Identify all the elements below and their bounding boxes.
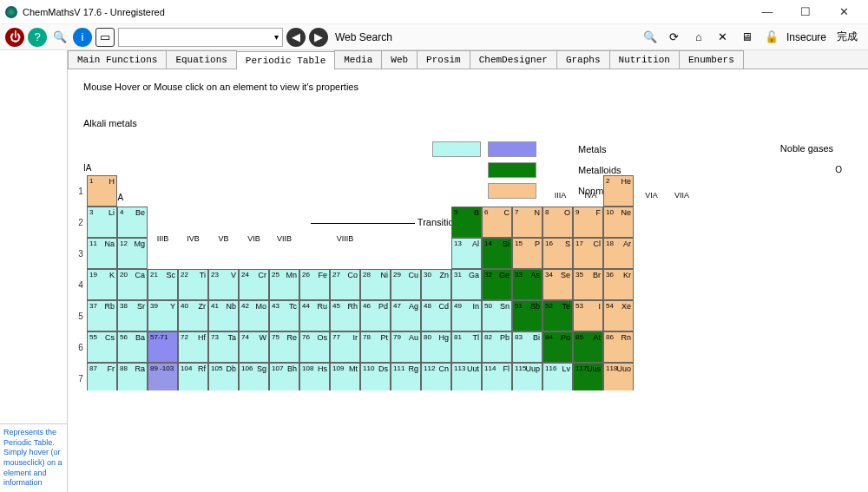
- info-icon[interactable]: i: [73, 28, 92, 47]
- element-Tc[interactable]: 43Tc: [269, 300, 299, 331]
- element-Hf[interactable]: 72Hf: [178, 331, 208, 363]
- tab-chemdesigner[interactable]: ChemDesigner: [470, 50, 557, 69]
- element-Mg[interactable]: 12Mg: [117, 238, 148, 269]
- element-Fl[interactable]: 114Fl: [482, 363, 512, 390]
- element-V[interactable]: 23V: [208, 269, 239, 300]
- power-icon[interactable]: ⏻: [5, 28, 24, 47]
- search-icon[interactable]: 🔍: [50, 28, 69, 47]
- element-As[interactable]: 33As: [512, 269, 542, 300]
- element-Uup[interactable]: 115Uup: [512, 363, 542, 390]
- element-Br[interactable]: 35Br: [573, 269, 603, 300]
- element-Fe[interactable]: 26Fe: [299, 269, 330, 300]
- element-O[interactable]: 8O: [542, 207, 573, 238]
- element-Uuo[interactable]: 118Uuo: [603, 363, 634, 390]
- tab-nutrition[interactable]: Nutrition: [609, 50, 680, 69]
- element-Rb[interactable]: 37Rb: [87, 300, 117, 331]
- element-Co[interactable]: 27Co: [330, 269, 360, 300]
- element-At[interactable]: 85At: [573, 331, 603, 363]
- element-89 -103[interactable]: 89 -103: [148, 363, 178, 390]
- element-Te[interactable]: 52Te: [542, 300, 573, 331]
- screen-icon[interactable]: ▭: [95, 28, 115, 47]
- element-Zr[interactable]: 40Zr: [178, 300, 208, 331]
- refresh-icon[interactable]: ⟳: [665, 28, 684, 47]
- tab-prosim[interactable]: Prosim: [417, 50, 470, 69]
- element-Ir[interactable]: 77Ir: [330, 331, 360, 363]
- element-Kr[interactable]: 36Kr: [603, 269, 634, 300]
- element-Po[interactable]: 84Po: [542, 331, 573, 363]
- element-Rg[interactable]: 111Rg: [391, 363, 421, 390]
- desktop-icon[interactable]: 🖥: [738, 28, 757, 47]
- lock-icon[interactable]: 🔓: [762, 28, 781, 47]
- element-Al[interactable]: 13Al: [451, 238, 482, 269]
- element-I[interactable]: 53I: [573, 300, 603, 331]
- element-Ru[interactable]: 44Ru: [299, 300, 330, 331]
- element-Pt[interactable]: 78Pt: [360, 331, 391, 363]
- element-Rn[interactable]: 86Rn: [603, 331, 634, 363]
- element-Y[interactable]: 39Y: [148, 300, 178, 331]
- element-Ni[interactable]: 28Ni: [360, 269, 391, 300]
- element-Pb[interactable]: 82Pb: [482, 331, 512, 363]
- tab-periodic-table[interactable]: Periodic Table: [236, 51, 335, 69]
- home-icon[interactable]: ⌂: [689, 28, 708, 47]
- element-Ne[interactable]: 10Ne: [603, 207, 634, 238]
- element-Mn[interactable]: 25Mn: [269, 269, 299, 300]
- element-Ga[interactable]: 31Ga: [451, 269, 482, 300]
- element-Hs[interactable]: 108Hs: [299, 363, 330, 390]
- element-C[interactable]: 6C: [482, 207, 512, 238]
- element-Hg[interactable]: 80Hg: [421, 331, 451, 363]
- element-Uus[interactable]: 117Uus: [573, 363, 603, 390]
- element-Sn[interactable]: 50Sn: [482, 300, 512, 331]
- element-Ca[interactable]: 20Ca: [117, 269, 148, 300]
- element-H[interactable]: 1H: [87, 175, 117, 207]
- element-F[interactable]: 9F: [573, 207, 603, 238]
- element-57-71[interactable]: 57-71: [148, 331, 178, 363]
- element-W[interactable]: 74W: [239, 331, 269, 363]
- element-Fr[interactable]: 87Fr: [87, 363, 117, 390]
- tab-main-functions[interactable]: Main Functions: [68, 50, 167, 69]
- element-P[interactable]: 15P: [512, 238, 542, 269]
- element-Os[interactable]: 76Os: [299, 331, 330, 363]
- element-Db[interactable]: 105Db: [208, 363, 239, 390]
- tab-graphs[interactable]: Graphs: [556, 50, 610, 69]
- element-Ti[interactable]: 22Ti: [178, 269, 208, 300]
- element-Sr[interactable]: 38Sr: [117, 300, 148, 331]
- minimize-button[interactable]: —: [748, 0, 786, 24]
- element-Zn[interactable]: 30Zn: [421, 269, 451, 300]
- element-Rf[interactable]: 104Rf: [178, 363, 208, 390]
- element-Xe[interactable]: 54Xe: [603, 300, 634, 331]
- tab-web[interactable]: Web: [381, 50, 418, 69]
- element-Si[interactable]: 14Si: [482, 238, 512, 269]
- element-Cn[interactable]: 112Cn: [421, 363, 451, 390]
- tab-enumbers[interactable]: Enumbers: [679, 50, 744, 69]
- element-Ra[interactable]: 88Ra: [117, 363, 148, 390]
- element-Cu[interactable]: 29Cu: [391, 269, 421, 300]
- element-Sc[interactable]: 21Sc: [148, 269, 178, 300]
- element-Li[interactable]: 3Li: [87, 207, 117, 238]
- element-Lv[interactable]: 116Lv: [542, 363, 573, 390]
- element-Ds[interactable]: 110Ds: [360, 363, 391, 390]
- element-Cl[interactable]: 17Cl: [573, 238, 603, 269]
- element-Ag[interactable]: 47Ag: [391, 300, 421, 331]
- element-Cr[interactable]: 24Cr: [239, 269, 269, 300]
- element-Cd[interactable]: 48Cd: [421, 300, 451, 331]
- element-Mo[interactable]: 42Mo: [239, 300, 269, 331]
- zoom-icon[interactable]: 🔍: [641, 28, 660, 47]
- element-Au[interactable]: 79Au: [391, 331, 421, 363]
- element-Tl[interactable]: 81Tl: [451, 331, 482, 363]
- element-Sb[interactable]: 51Sb: [512, 300, 542, 331]
- tab-media[interactable]: Media: [334, 50, 382, 69]
- element-Re[interactable]: 75Re: [269, 331, 299, 363]
- element-Nb[interactable]: 41Nb: [208, 300, 239, 331]
- element-Be[interactable]: 4Be: [117, 207, 148, 238]
- element-Pd[interactable]: 46Pd: [360, 300, 391, 331]
- element-In[interactable]: 49In: [451, 300, 482, 331]
- element-N[interactable]: 7N: [512, 207, 542, 238]
- tab-equations[interactable]: Equations: [166, 50, 236, 69]
- maximize-button[interactable]: ☐: [786, 0, 825, 24]
- element-Se[interactable]: 34Se: [542, 269, 573, 300]
- element-Ba[interactable]: 56Ba: [117, 331, 148, 363]
- close-button[interactable]: ✕: [825, 0, 863, 24]
- element-Cs[interactable]: 55Cs: [87, 331, 117, 363]
- element-He[interactable]: 2He: [603, 175, 634, 207]
- element-Mt[interactable]: 109Mt: [330, 363, 360, 390]
